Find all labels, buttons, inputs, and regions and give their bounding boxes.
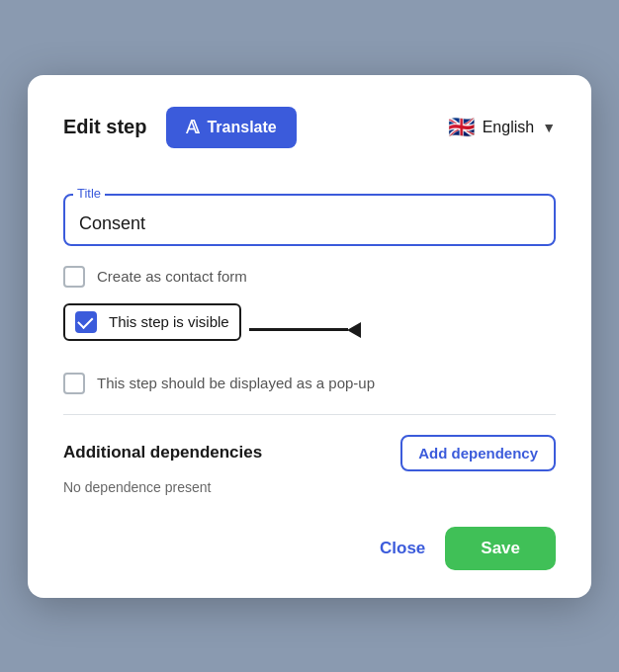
modal-header: Edit step 𝔸 Translate 🇬🇧 English ▼ [63, 107, 556, 148]
overlay-background: Edit step 𝔸 Translate 🇬🇧 English ▼ Title… [0, 0, 619, 672]
save-button[interactable]: Save [445, 527, 556, 570]
title-input[interactable] [63, 194, 556, 246]
flag-icon: 🇬🇧 [448, 115, 475, 140]
popup-label: This step should be displayed as a pop-u… [97, 375, 375, 391]
section-divider [63, 414, 556, 415]
dependencies-title: Additional dependencies [63, 443, 262, 462]
visible-step-highlighted: This step is visible [63, 303, 241, 341]
annotation-arrow [249, 322, 361, 338]
language-selector[interactable]: 🇬🇧 English ▼ [448, 115, 556, 140]
popup-checkbox-wrap[interactable] [63, 373, 85, 394]
close-button[interactable]: Close [380, 539, 425, 558]
visible-step-row: This step is visible [63, 303, 556, 357]
dependencies-empty-message: No dependence present [63, 479, 556, 495]
arrow-line [249, 328, 348, 331]
title-field-group: Title [63, 176, 556, 246]
edit-step-modal: Edit step 𝔸 Translate 🇬🇧 English ▼ Title… [28, 75, 591, 598]
popup-row: This step should be displayed as a pop-u… [63, 373, 556, 394]
translate-label: Translate [207, 119, 276, 136]
visible-checkbox-wrap[interactable] [75, 311, 97, 333]
visible-label: This step is visible [109, 313, 229, 330]
contact-form-row: Create as contact form [63, 266, 556, 288]
translate-icon: 𝔸 [186, 117, 199, 138]
contact-form-label: Create as contact form [97, 268, 247, 285]
language-label: English [483, 119, 534, 136]
add-dependency-button[interactable]: Add dependency [400, 435, 556, 471]
dependencies-header: Additional dependencies Add dependency [63, 435, 556, 471]
title-field-label: Title [73, 186, 105, 201]
modal-footer: Close Save [63, 527, 556, 570]
modal-title: Edit step [63, 116, 146, 138]
contact-form-checkbox-wrap[interactable] [63, 266, 85, 288]
arrow-head [347, 322, 361, 338]
translate-button[interactable]: 𝔸 Translate [166, 107, 296, 148]
chevron-down-icon: ▼ [542, 120, 556, 135]
